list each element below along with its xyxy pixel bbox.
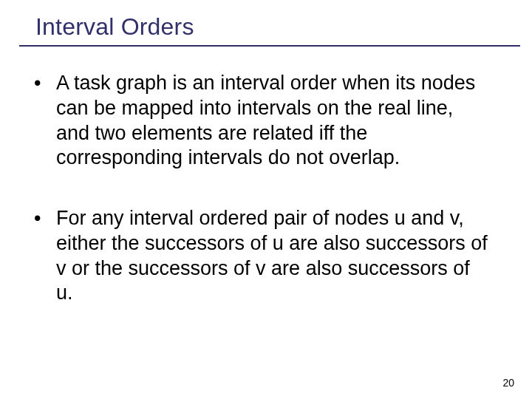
page-number: 20 (502, 377, 514, 389)
slide-body: A task graph is an interval order when i… (30, 71, 491, 341)
slide-title: Interval Orders (0, 13, 532, 45)
list-item: A task graph is an interval order when i… (30, 71, 491, 171)
slide-header: Interval Orders (0, 13, 532, 47)
list-item: For any interval ordered pair of nodes u… (30, 206, 491, 306)
bullet-list: A task graph is an interval order when i… (30, 71, 491, 306)
title-underline (19, 45, 520, 47)
